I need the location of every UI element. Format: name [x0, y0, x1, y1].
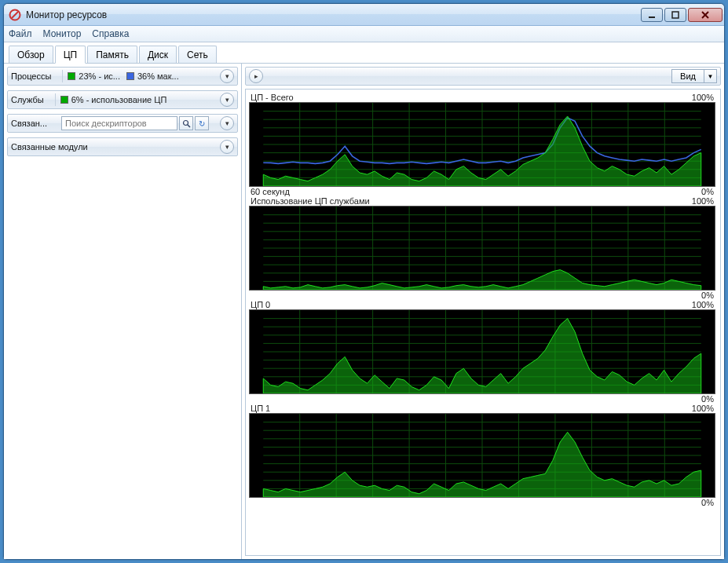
svg-rect-2: [649, 16, 655, 18]
maximize-button[interactable]: [664, 8, 686, 22]
section-related-handles[interactable]: Связан... ↻ ▾: [7, 114, 238, 133]
processes-stat2: 36% мак...: [137, 71, 179, 81]
app-icon: [9, 9, 21, 21]
chart-xlabel: 60 секунд: [251, 187, 701, 196]
menu-help[interactable]: Справка: [92, 28, 129, 39]
chart-xlabel: [251, 498, 701, 507]
section-related-label: Связан...: [11, 119, 55, 128]
chart-ymin: 0%: [701, 498, 714, 507]
chart-title: ЦП 0: [251, 300, 692, 309]
refresh-button[interactable]: ↻: [195, 116, 209, 130]
chart-ymax: 100%: [692, 300, 714, 309]
svg-rect-3: [672, 12, 679, 18]
window-title: Монитор ресурсов: [26, 9, 641, 20]
chart-graph: [249, 309, 715, 394]
svg-point-6: [183, 120, 188, 125]
chart-graph: [249, 206, 715, 291]
section-services[interactable]: Службы 6% - использование ЦП ▾: [7, 90, 238, 109]
tabbar: Обзор ЦП Память Диск Сеть: [4, 42, 724, 64]
tab-disk[interactable]: Диск: [139, 46, 177, 63]
section-processes[interactable]: Процессы 23% - ис... 36% мак... ▾: [7, 67, 238, 86]
chart-graph: [249, 413, 715, 498]
chart-ymin: 0%: [701, 291, 714, 300]
minimize-button[interactable]: [641, 8, 663, 22]
left-panel: Процессы 23% - ис... 36% мак... ▾ Службы…: [4, 64, 242, 559]
svg-line-1: [12, 12, 18, 18]
section-modules[interactable]: Связанные модули ▾: [7, 137, 238, 156]
collapse-button[interactable]: ▸: [249, 69, 263, 83]
chart-ymax: 100%: [692, 404, 714, 413]
view-dropdown-button[interactable]: ▼: [704, 69, 717, 83]
window: Монитор ресурсов Файл Монитор Справка Об…: [3, 3, 725, 560]
chevron-down-icon[interactable]: ▾: [220, 140, 234, 154]
chart-title: ЦП 1: [251, 404, 692, 413]
chevron-down-icon[interactable]: ▾: [220, 116, 234, 130]
chart-1: Использование ЦП службами100%0%: [249, 196, 715, 300]
chart-ymax: 100%: [692, 196, 714, 206]
chart-xlabel: [251, 394, 701, 404]
processes-stat1: 23% - ис...: [79, 71, 120, 81]
chart-ymin: 0%: [701, 394, 714, 404]
legend-green-icon: [68, 72, 75, 80]
chevron-down-icon[interactable]: ▾: [220, 69, 234, 83]
separator: [62, 70, 63, 82]
chevron-down-icon[interactable]: ▾: [220, 93, 234, 107]
titlebar[interactable]: Монитор ресурсов: [4, 4, 724, 26]
charts-container: ЦП - Всего100%60 секунд0%Использование Ц…: [245, 89, 721, 556]
search-icon: [182, 119, 191, 128]
chart-title: Использование ЦП службами: [251, 196, 692, 206]
search-button[interactable]: [179, 116, 193, 130]
search-input[interactable]: [61, 116, 177, 130]
services-stat1: 6% - использование ЦП: [71, 95, 167, 104]
view-button[interactable]: Вид: [671, 69, 704, 83]
tab-overview[interactable]: Обзор: [9, 46, 53, 63]
menubar: Файл Монитор Справка: [4, 26, 724, 42]
chart-ymin: 0%: [701, 187, 714, 196]
right-toolbar: ▸ Вид ▼: [245, 67, 721, 86]
chart-title: ЦП - Всего: [251, 93, 692, 102]
menu-monitor[interactable]: Монитор: [43, 28, 82, 39]
chart-3: ЦП 1100%0%: [249, 404, 715, 507]
section-modules-label: Связанные модули: [11, 142, 88, 152]
content: Процессы 23% - ис... 36% мак... ▾ Службы…: [4, 64, 724, 559]
chart-ymax: 100%: [692, 93, 714, 102]
chart-2: ЦП 0100%0%: [249, 300, 715, 404]
chart-xlabel: [251, 291, 701, 300]
svg-line-7: [188, 125, 190, 127]
section-services-label: Службы: [11, 95, 44, 104]
close-button[interactable]: [688, 8, 723, 22]
menu-file[interactable]: Файл: [9, 28, 32, 39]
section-processes-label: Процессы: [11, 71, 51, 81]
separator: [55, 93, 56, 106]
legend-green-icon: [60, 96, 68, 104]
right-panel: ▸ Вид ▼ ЦП - Всего100%60 секунд0%Использ…: [242, 64, 724, 559]
chart-0: ЦП - Всего100%60 секунд0%: [249, 93, 715, 196]
tab-cpu[interactable]: ЦП: [55, 46, 86, 64]
tab-net[interactable]: Сеть: [178, 46, 217, 63]
tab-memory[interactable]: Память: [87, 46, 137, 63]
legend-blue-icon: [126, 72, 134, 80]
chart-graph: [249, 102, 715, 187]
